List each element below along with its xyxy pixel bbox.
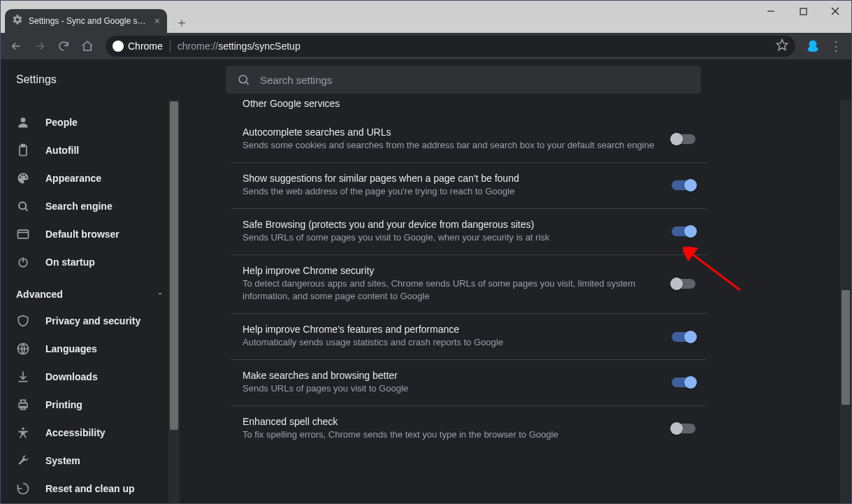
settings-row: Enhanced spell checkTo fix spelling erro… [231,406,707,452]
svg-point-5 [239,75,247,83]
window-titlebar: Settings - Sync and Google servic × ＋ [1,1,851,33]
sidebar-advanced-header[interactable]: Advanced [1,276,180,307]
address-bar[interactable]: Chrome chrome://settings/syncSetup [106,36,795,57]
settings-row-subtitle: Sends the web address of the page you're… [243,185,658,199]
accessibility-icon [16,426,30,440]
restore-icon [16,482,30,496]
window-close-button[interactable] [819,1,851,22]
svg-point-20 [22,428,24,430]
section-title: Other Google services [231,100,707,115]
svg-rect-1 [800,8,807,15]
settings-row: Make searches and browsing betterSends U… [231,360,707,406]
sidebar-item-search-engine[interactable]: Search engine [1,192,180,220]
window-minimize-button[interactable] [755,1,787,22]
sidebar-item-on-startup[interactable]: On startup [1,248,180,276]
palette-icon [16,171,30,185]
sidebar-item-privacy[interactable]: Privacy and security [1,307,180,335]
settings-search-input[interactable] [260,74,690,86]
printer-icon [16,398,30,412]
toggle-switch[interactable] [672,377,695,387]
scrollbar-thumb[interactable] [842,290,850,405]
scrollbar-thumb[interactable] [170,101,178,430]
svg-marker-4 [777,40,788,50]
close-tab-icon[interactable]: × [154,15,160,27]
site-chip-label: Chrome [128,41,163,52]
sidebar-item-label: Downloads [45,371,98,382]
svg-line-11 [25,208,28,211]
site-chip: Chrome [113,41,171,52]
app-body: People Autofill Appearance Search engine [1,100,851,503]
sidebar-item-label: Languages [45,343,97,354]
toggle-knob [684,331,697,343]
search-icon [237,73,250,87]
extension-icon[interactable] [804,37,822,55]
settings-row-title: Autocomplete searches and URLs [243,127,658,138]
window-maximize-button[interactable] [787,1,819,22]
toggle-knob [684,376,697,389]
toggle-switch[interactable] [672,180,695,190]
settings-row-text: Autocomplete searches and URLsSends some… [243,127,658,152]
clipboard-icon [16,143,30,157]
main-content: Other Google services Autocomplete searc… [180,100,851,503]
tab-strip: Settings - Sync and Google servic × ＋ [5,9,192,33]
nav-home-button[interactable] [78,36,97,56]
sidebar-item-system[interactable]: System [1,447,180,475]
url-text: chrome://settings/syncSetup [178,41,301,52]
browser-tab-active[interactable]: Settings - Sync and Google servic × [5,9,167,33]
chrome-logo-icon [113,41,124,52]
toggle-switch[interactable] [672,134,695,144]
page-scrollbar[interactable] [840,100,851,503]
toggle-switch[interactable] [672,226,695,236]
app-header: Settings [1,59,851,100]
settings-row: Show suggestions for similar pages when … [231,163,707,209]
sidebar-item-printing[interactable]: Printing [1,391,180,419]
toggle-knob [670,422,683,435]
settings-row-text: Make searches and browsing betterSends U… [243,370,658,396]
window-controls [755,1,851,22]
settings-row-text: Help improve Chrome securityTo detect da… [243,265,658,304]
sidebar-advanced-label: Advanced [16,289,63,300]
gear-icon [12,14,23,28]
toggle-switch[interactable] [672,279,695,289]
browser-icon [16,227,30,241]
settings-row-title: Safe Browsing (protects you and your dev… [243,219,658,230]
sidebar-item-accessibility[interactable]: Accessibility [1,419,180,447]
sidebar-item-default-browser[interactable]: Default browser [1,220,180,248]
sidebar-item-reset[interactable]: Reset and clean up [1,475,180,503]
toggle-switch[interactable] [672,424,695,433]
sidebar-item-languages[interactable]: Languages [1,335,180,363]
chevron-up-icon [156,289,164,300]
new-tab-button[interactable]: ＋ [171,12,192,33]
svg-point-7 [21,117,26,122]
sidebar-item-autofill[interactable]: Autofill [1,136,180,164]
bookmark-star-icon[interactable] [776,38,788,54]
sidebar-item-downloads[interactable]: Downloads [1,363,180,391]
sidebar-item-appearance[interactable]: Appearance [1,164,180,192]
settings-row: Help improve Chrome's features and perfo… [231,314,707,360]
sidebar-item-label: Autofill [45,145,79,156]
sidebar-scrollbar[interactable] [168,100,180,503]
sidebar-item-label: Printing [45,399,82,410]
settings-row: Autocomplete searches and URLsSends some… [231,117,707,163]
settings-row-subtitle: To fix spelling errors, Chrome sends the… [243,429,658,442]
browser-toolbar: Chrome chrome://settings/syncSetup ⋮ [1,33,851,59]
browser-menu-button[interactable]: ⋮ [826,38,846,54]
sidebar-item-label: Appearance [45,173,101,184]
sidebar-item-people[interactable]: People [1,108,180,136]
settings-row-text: Enhanced spell checkTo fix spelling erro… [243,416,658,442]
sidebar-item-label: On startup [45,257,95,268]
svg-point-10 [19,202,26,209]
toggle-switch[interactable] [672,332,695,342]
nav-back-button[interactable] [6,36,26,56]
svg-rect-9 [22,145,25,147]
settings-row-subtitle: To detect dangerous apps and sites, Chro… [243,278,658,304]
sidebar-item-label: Accessibility [45,427,106,438]
nav-forward-button[interactable] [30,36,50,56]
settings-search-box[interactable] [226,66,701,94]
nav-reload-button[interactable] [54,36,73,56]
sidebar-item-label: System [45,455,80,466]
settings-row-text: Safe Browsing (protects you and your dev… [243,219,658,245]
toggle-knob [670,278,683,290]
toggle-knob [684,179,697,192]
settings-row-subtitle: Sends URLs of pages you visit to Google [243,382,658,396]
